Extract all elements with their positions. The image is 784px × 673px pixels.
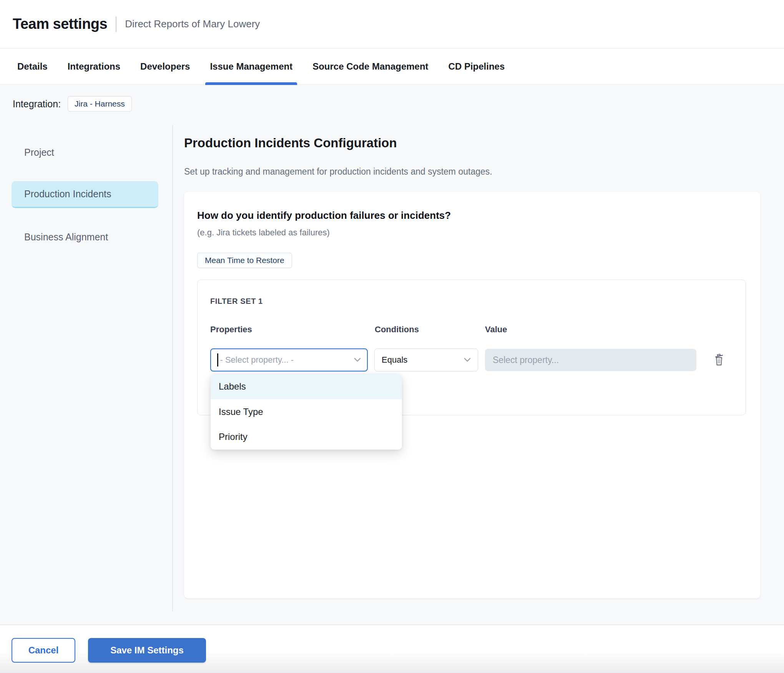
column-header-properties: Properties bbox=[210, 324, 368, 335]
filter-set-title: FILTER SET 1 bbox=[210, 297, 734, 306]
tab-source-code-management[interactable]: Source Code Management bbox=[312, 49, 428, 84]
page-header: Team settings Direct Reports of Mary Low… bbox=[0, 0, 784, 48]
question-heading: How do you identify production failures … bbox=[197, 209, 746, 222]
tab-integrations[interactable]: Integrations bbox=[68, 49, 120, 84]
cancel-button[interactable]: Cancel bbox=[12, 638, 75, 663]
trash-icon bbox=[713, 352, 725, 368]
metric-chip-mean-time-to-restore[interactable]: Mean Time to Restore bbox=[197, 253, 292, 268]
sidebar-item-business-alignment[interactable]: Business Alignment bbox=[12, 223, 158, 250]
page-footer: Cancel Save IM Settings bbox=[0, 625, 784, 673]
property-select[interactable]: - Select property... - bbox=[210, 348, 368, 371]
column-header-conditions: Conditions bbox=[375, 324, 478, 335]
property-options-dropdown: Labels Issue Type Priority bbox=[211, 374, 402, 450]
delete-filter-button[interactable] bbox=[713, 352, 725, 368]
save-button[interactable]: Save IM Settings bbox=[88, 638, 206, 663]
integration-row: Integration: Jira - Harness bbox=[13, 96, 132, 112]
title-divider bbox=[116, 17, 116, 32]
tab-details[interactable]: Details bbox=[17, 49, 48, 84]
integration-chip[interactable]: Jira - Harness bbox=[68, 96, 132, 112]
property-select-placeholder: - Select property... - bbox=[220, 355, 294, 365]
chevron-down-icon bbox=[354, 358, 361, 362]
settings-sidebar: Project Production Incidents Business Al… bbox=[12, 139, 158, 250]
sidebar-item-production-incidents[interactable]: Production Incidents bbox=[12, 181, 158, 208]
condition-select-value: Equals bbox=[382, 355, 407, 365]
filter-column-headers: Properties Conditions Value bbox=[210, 324, 734, 335]
settings-tabs: Details Integrations Developers Issue Ma… bbox=[0, 49, 784, 85]
value-input[interactable] bbox=[485, 349, 696, 371]
text-cursor bbox=[217, 353, 218, 366]
option-labels[interactable]: Labels bbox=[211, 374, 402, 399]
column-header-value: Value bbox=[485, 324, 696, 335]
tab-developers[interactable]: Developers bbox=[140, 49, 190, 84]
condition-select[interactable]: Equals bbox=[374, 348, 478, 371]
tab-cd-pipelines[interactable]: CD Pipelines bbox=[448, 49, 505, 84]
tab-issue-management[interactable]: Issue Management bbox=[210, 49, 292, 84]
integration-label: Integration: bbox=[13, 98, 61, 110]
question-hint: (e.g. Jira tickets labeled as failures) bbox=[197, 227, 746, 238]
sidebar-item-project[interactable]: Project bbox=[12, 139, 158, 166]
page-subtitle: Direct Reports of Mary Lowery bbox=[125, 18, 260, 30]
sidebar-divider bbox=[172, 125, 173, 611]
filter-fields-row: - Select property... - Equals bbox=[210, 348, 734, 371]
section-title: Production Incidents Configuration bbox=[184, 135, 760, 151]
main-content: Production Incidents Configuration Set u… bbox=[184, 135, 760, 598]
section-subtitle: Set up tracking and management for produ… bbox=[184, 166, 760, 177]
option-priority[interactable]: Priority bbox=[211, 424, 402, 450]
option-issue-type[interactable]: Issue Type bbox=[211, 399, 402, 425]
chevron-down-icon bbox=[464, 358, 471, 362]
page-title: Team settings bbox=[13, 16, 107, 32]
